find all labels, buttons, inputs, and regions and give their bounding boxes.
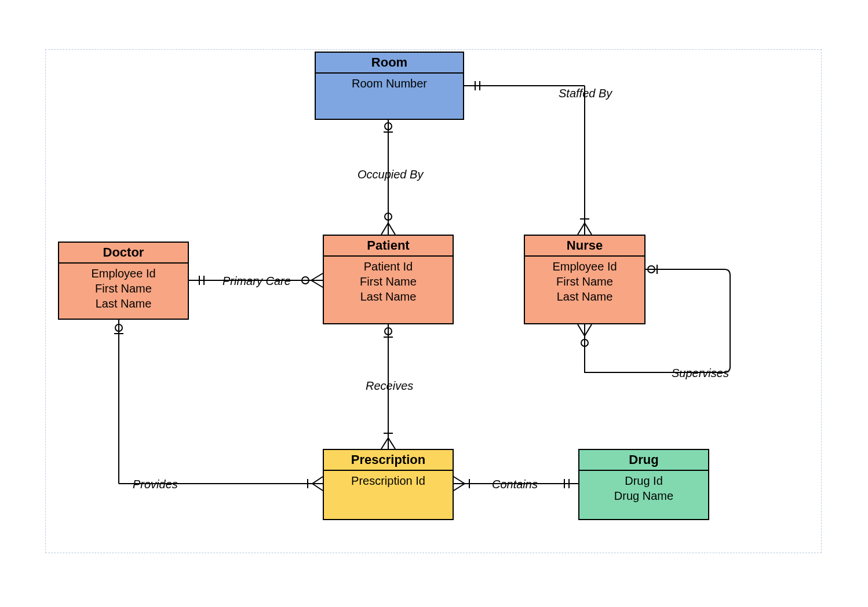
entity-prescription-title: Prescription xyxy=(324,450,453,471)
entity-patient-title: Patient xyxy=(324,236,453,257)
entity-patient[interactable]: Patient Patient Id First Name Last Name xyxy=(323,235,454,324)
entity-prescription[interactable]: Prescription Prescription Id xyxy=(323,449,454,520)
entity-patient-attr-1: First Name xyxy=(324,274,453,289)
rel-primary-care-label: Primary Care xyxy=(220,275,293,288)
entity-room-title: Room xyxy=(316,53,463,74)
entity-patient-attr-2: Last Name xyxy=(324,289,453,304)
entity-doctor-attr-2: Last Name xyxy=(59,296,188,311)
entity-doctor-title: Doctor xyxy=(59,243,188,264)
rel-contains-label: Contains xyxy=(490,478,540,491)
entity-doctor-attr-0: Employee Id xyxy=(59,266,188,281)
rel-provides-label: Provides xyxy=(130,478,180,491)
entity-drug-attr-1: Drug Name xyxy=(579,488,708,503)
entity-nurse[interactable]: Nurse Employee Id First Name Last Name xyxy=(524,235,645,324)
entity-doctor-attr-1: First Name xyxy=(59,281,188,296)
rel-receives-label: Receives xyxy=(363,379,415,393)
entity-drug[interactable]: Drug Drug Id Drug Name xyxy=(578,449,709,520)
entity-patient-attr-0: Patient Id xyxy=(324,259,453,274)
entity-nurse-attr-1: First Name xyxy=(525,274,644,289)
entity-drug-attr-0: Drug Id xyxy=(579,473,708,488)
entity-prescription-attr-0: Prescription Id xyxy=(324,473,453,488)
rel-supervises-label: Supervises xyxy=(669,367,731,380)
entity-doctor[interactable]: Doctor Employee Id First Name Last Name xyxy=(58,242,189,320)
entity-nurse-title: Nurse xyxy=(525,236,644,257)
entity-nurse-attr-2: Last Name xyxy=(525,289,644,304)
rel-staffed-by-label: Staffed By xyxy=(556,87,614,100)
entity-drug-title: Drug xyxy=(579,450,708,471)
entity-room-attr-0: Room Number xyxy=(316,76,463,91)
entity-nurse-attr-0: Employee Id xyxy=(525,259,644,274)
rel-occupied-by-label: Occupied By xyxy=(355,168,425,181)
entity-room[interactable]: Room Room Number xyxy=(315,52,464,120)
